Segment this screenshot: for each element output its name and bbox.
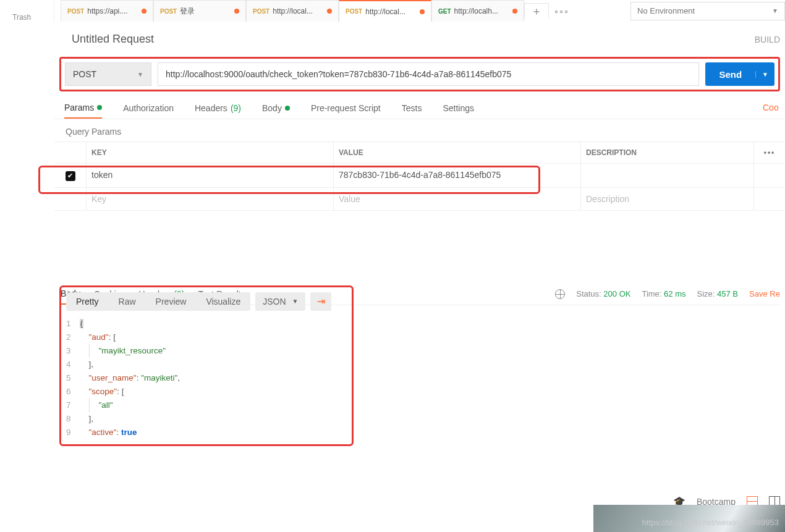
request-tab[interactable]: GEThttp://localh... <box>431 0 524 22</box>
table-row[interactable]: ✔ token 787cb830-71b6-4c4d-a7a8-861145ef… <box>54 164 785 188</box>
caret-down-icon: ▼ <box>292 298 299 305</box>
caret-down-icon: ▼ <box>137 71 143 78</box>
tab-tests[interactable]: Tests <box>402 103 422 119</box>
tab-method: POST <box>67 8 84 15</box>
tab-params-label: Params <box>64 103 94 112</box>
table-header-row: KEY VALUE DESCRIPTION ••• <box>54 142 785 164</box>
time-label: Time: <box>642 289 661 298</box>
param-value[interactable]: 787cb830-71b6-4c4d-a7a8-861145efb075 <box>334 164 581 188</box>
url-bar: POST ▼ Send ▼ <box>54 57 785 91</box>
environment-label: No Environment <box>637 6 695 15</box>
tab-title: https://api.... <box>87 7 138 15</box>
col-key: KEY <box>87 142 334 164</box>
request-tab[interactable]: POSThttp://local... <box>339 0 431 22</box>
query-params-table: KEY VALUE DESCRIPTION ••• ✔ token 787cb8… <box>54 141 785 211</box>
tab-headers[interactable]: Headers (9) <box>195 103 241 119</box>
send-button-label: Send <box>705 69 755 80</box>
new-tab-button[interactable]: ＋ <box>524 3 549 19</box>
tab-method: POST <box>346 8 362 15</box>
unsaved-dot-icon <box>327 9 332 14</box>
view-preview[interactable]: Preview <box>146 292 197 311</box>
tab-title: 登录 <box>180 6 231 17</box>
response-meta: Status: 200 OK Time: 62 ms Size: 457 B S… <box>555 289 780 299</box>
top-strip: Trash POSThttps://api....POST登录POSThttp:… <box>0 0 785 22</box>
tabs-overflow-button[interactable]: ∘∘∘ <box>549 6 574 15</box>
url-highlight: POST ▼ Send ▼ <box>59 57 780 91</box>
tab-title: http://local... <box>365 7 417 16</box>
wrap-icon: ⇥ <box>317 295 325 307</box>
table-columns-more[interactable]: ••• <box>754 142 785 164</box>
caret-down-icon: ▼ <box>772 7 778 14</box>
http-method-label: POST <box>73 69 96 79</box>
top-bar: POSThttps://api....POST登录POSThttp://loca… <box>54 0 785 22</box>
view-pretty[interactable]: Pretty <box>66 292 109 311</box>
param-value-ph[interactable]: Value <box>334 188 581 211</box>
send-button[interactable]: Send ▼ <box>705 62 774 86</box>
view-raw[interactable]: Raw <box>109 292 146 311</box>
param-key[interactable]: token <box>87 164 334 188</box>
tab-title: http://local... <box>273 7 324 15</box>
tab-body[interactable]: Body <box>262 103 290 119</box>
body-indicator-dot <box>285 106 290 111</box>
tab-prerequest[interactable]: Pre-request Script <box>311 103 381 119</box>
row-checkbox[interactable]: ✔ <box>66 171 75 181</box>
tab-headers-label: Headers <box>195 103 227 113</box>
tab-authorization[interactable]: Authorization <box>123 103 174 119</box>
cookies-link[interactable]: Coo <box>763 103 780 119</box>
request-tab[interactable]: POST登录 <box>153 0 246 22</box>
response-area: Body Cookies Headers (9) Test Results St… <box>54 284 785 446</box>
view-mode-segment: Pretty Raw Preview Visualize <box>66 292 250 311</box>
send-split-caret[interactable]: ▼ <box>755 71 774 78</box>
request-tab[interactable]: POSThttp://local... <box>246 0 339 22</box>
format-selector[interactable]: JSON ▼ <box>255 292 305 311</box>
response-toolbar: Pretty Raw Preview Visualize JSON ▼ ⇥ 12… <box>59 313 780 446</box>
size-label: Size: <box>697 289 715 298</box>
tab-settings[interactable]: Settings <box>443 103 474 119</box>
unsaved-dot-icon <box>142 9 146 14</box>
view-visualize[interactable]: Visualize <box>196 292 250 311</box>
headers-count: (9) <box>231 103 241 113</box>
tab-body-label: Body <box>262 103 282 113</box>
tab-title: http://localh... <box>454 7 509 15</box>
col-value: VALUE <box>334 142 581 164</box>
response-highlight: Pretty Raw Preview Visualize JSON ▼ ⇥ 12… <box>59 285 354 446</box>
table-row-empty[interactable]: Key Value Description <box>54 188 785 211</box>
build-link[interactable]: BUILD <box>755 35 780 44</box>
size-value: 457 B <box>717 289 738 298</box>
param-desc-ph[interactable]: Description <box>581 188 754 211</box>
request-tab[interactable]: POSThttps://api.... <box>61 0 153 22</box>
request-subtabs: Params Authorization Headers (9) Body Pr… <box>54 91 785 119</box>
unsaved-dot-icon <box>234 9 239 14</box>
environment-selector[interactable]: No Environment ▼ <box>630 2 785 20</box>
response-body-json[interactable]: 123456789 { "aud": [ "mayikt_resource" ]… <box>66 317 347 439</box>
sidebar-stub: Trash <box>0 0 54 22</box>
http-method-selector[interactable]: POST ▼ <box>65 62 151 86</box>
time-value: 62 ms <box>664 289 685 298</box>
params-indicator-dot <box>97 105 102 110</box>
tab-method: POST <box>160 8 177 15</box>
save-response-link[interactable]: Save Re <box>749 289 780 298</box>
col-desc: DESCRIPTION <box>581 142 754 164</box>
request-tabs: POSThttps://api....POST登录POSThttp://loca… <box>61 0 524 22</box>
unsaved-dot-icon <box>512 9 517 14</box>
tab-params[interactable]: Params <box>64 103 102 119</box>
watermark: https://blog.csdn.net/weixin_43689953 <box>642 518 779 527</box>
status-label: Status: <box>576 289 601 298</box>
wrap-lines-button[interactable]: ⇥ <box>310 292 331 311</box>
tab-method: POST <box>253 8 269 15</box>
format-label: JSON <box>263 297 286 306</box>
query-params-heading: Query Params <box>54 119 785 141</box>
globe-icon[interactable] <box>555 289 565 299</box>
tab-method: GET <box>438 8 451 15</box>
trash-label[interactable]: Trash <box>12 6 31 22</box>
unsaved-dot-icon <box>420 9 425 14</box>
request-name[interactable]: Untitled Request <box>72 33 154 46</box>
param-desc[interactable] <box>581 164 754 188</box>
url-input[interactable] <box>158 62 699 86</box>
param-key-ph[interactable]: Key <box>87 188 334 211</box>
status-value: 200 OK <box>603 289 630 298</box>
request-title-row: Untitled Request BUILD <box>54 22 785 57</box>
